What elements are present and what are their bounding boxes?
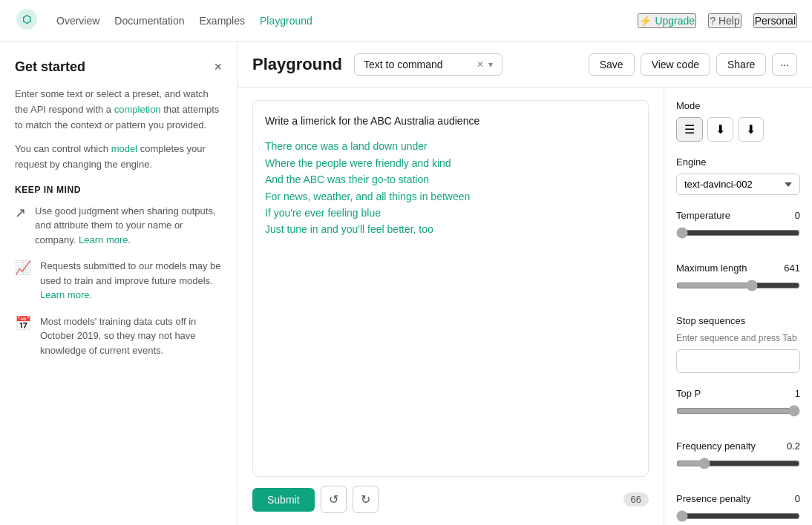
- nav-examples[interactable]: Examples: [200, 15, 245, 27]
- top-p-label: Top P: [676, 388, 701, 399]
- nav-overview[interactable]: Overview: [56, 15, 99, 27]
- sidebar-header: Get started ×: [15, 59, 222, 75]
- frequency-section: Frequency penalty 0.2: [676, 440, 800, 478]
- mode-label: Mode: [676, 100, 800, 111]
- editor-completion: There once was a land down under Where t…: [265, 138, 636, 237]
- nav-right: ⚡ Upgrade ? Help Personal: [638, 13, 797, 28]
- undo-icon: ↺: [329, 493, 338, 506]
- top-p-row: Top P 1: [676, 388, 800, 399]
- more-button[interactable]: ···: [772, 53, 797, 76]
- learn-more-link-1[interactable]: Learn more.: [79, 234, 131, 245]
- save-button[interactable]: Save: [589, 53, 635, 76]
- chart-icon: 📈: [15, 260, 31, 276]
- svg-text:⬡: ⬡: [22, 13, 31, 25]
- completion-line: Where the people were friendly and kind: [265, 155, 636, 171]
- submit-button[interactable]: Submit: [252, 488, 315, 512]
- close-button[interactable]: ×: [214, 59, 222, 75]
- share-button[interactable]: Share: [716, 53, 766, 76]
- header-actions: Save View code Share ···: [589, 53, 797, 76]
- sidebar-intro: Enter some text or select a preset, and …: [15, 87, 222, 133]
- chevron-down-icon[interactable]: ▾: [488, 59, 493, 70]
- list-item: ↗ Use good judgment when sharing outputs…: [15, 204, 222, 248]
- temperature-section: Temperature 0: [676, 210, 800, 248]
- presence-value: 0: [795, 493, 800, 504]
- upgrade-icon: ⚡: [639, 15, 652, 27]
- nav-playground[interactable]: Playground: [260, 15, 312, 27]
- frequency-value: 0.2: [787, 440, 800, 452]
- nav-links: Overview Documentation Examples Playgrou…: [56, 15, 312, 27]
- presence-label: Presence penalty: [676, 493, 750, 504]
- max-length-section: Maximum length 641: [676, 262, 800, 300]
- sidebar: Get started × Enter some text or select …: [0, 42, 238, 525]
- top-p-slider[interactable]: [676, 405, 800, 417]
- playground-body: Write a limerick for the ABC Australia a…: [238, 88, 812, 525]
- sidebar-title: Get started: [15, 59, 85, 75]
- token-count: 66: [623, 492, 649, 506]
- max-length-value: 641: [784, 262, 800, 274]
- nav-documentation[interactable]: Documentation: [114, 15, 184, 27]
- mode-section: Mode ☰ ⬇ ⬇: [676, 100, 800, 142]
- presence-section: Presence penalty 0: [676, 493, 800, 525]
- editor-box[interactable]: Write a limerick for the ABC Australia a…: [252, 100, 649, 477]
- calendar-icon: 📅: [15, 315, 31, 331]
- top-p-section: Top P 1: [676, 388, 800, 426]
- editor-area: Write a limerick for the ABC Australia a…: [238, 88, 664, 525]
- playground-title: Playground: [252, 55, 342, 74]
- completion-line: There once was a land down under: [265, 138, 636, 154]
- help-button[interactable]: ? Help: [708, 13, 741, 28]
- editor-footer: Submit ↺ ↻ 66: [252, 486, 649, 513]
- completion-line: For news, weather, and all things in bet…: [265, 188, 636, 205]
- sidebar-control: You can control which model completes yo…: [15, 142, 222, 173]
- max-length-slider[interactable]: [676, 280, 800, 291]
- frequency-slider[interactable]: [676, 458, 800, 469]
- completion-line: If you're ever feeling blue: [265, 205, 636, 221]
- presence-slider[interactable]: [676, 510, 800, 522]
- mode-complete-button[interactable]: ☰: [676, 117, 703, 142]
- engine-section: Engine text-davinci-002 text-curie-001 t…: [676, 156, 800, 195]
- undo-button[interactable]: ↺: [321, 486, 347, 513]
- engine-select[interactable]: text-davinci-002 text-curie-001 text-bab…: [676, 174, 800, 195]
- logo: ⬡: [15, 7, 39, 33]
- upgrade-button[interactable]: ⚡ Upgrade: [638, 13, 696, 28]
- playground-header: Playground Text to command ✕ ▾ Save View…: [238, 42, 812, 88]
- top-nav: ⬡ Overview Documentation Examples Playgr…: [0, 0, 812, 42]
- preset-selector[interactable]: Text to command ✕ ▾: [354, 53, 502, 76]
- completion-link[interactable]: completion: [114, 104, 161, 115]
- sidebar-items: ↗ Use good judgment when sharing outputs…: [15, 204, 222, 358]
- completion-line: And the ABC was their go-to station: [265, 171, 636, 188]
- mode-buttons: ☰ ⬇ ⬇: [676, 117, 800, 142]
- engine-label: Engine: [676, 156, 800, 168]
- stop-sequences-input[interactable]: [676, 349, 800, 373]
- mode-insert-button[interactable]: ⬇: [707, 117, 733, 142]
- send-icon: ↗: [15, 205, 26, 221]
- editor-prompt: Write a limerick for the ABC Australia a…: [265, 113, 636, 129]
- temperature-slider[interactable]: [676, 227, 800, 239]
- frequency-label: Frequency penalty: [676, 440, 756, 452]
- model-link[interactable]: model: [111, 143, 137, 154]
- stop-sequences-section: Stop sequences Enter sequence and press …: [676, 315, 800, 373]
- redo-icon: ↻: [361, 493, 370, 506]
- completion-line: Just tune in and you'll feel better, too: [265, 221, 636, 237]
- stop-sequences-label: Stop sequences: [676, 315, 800, 326]
- top-p-value: 1: [795, 388, 800, 399]
- temperature-value: 0: [795, 210, 800, 221]
- clear-icon[interactable]: ✕: [477, 59, 484, 70]
- content-area: Playground Text to command ✕ ▾ Save View…: [238, 42, 812, 525]
- view-code-button[interactable]: View code: [641, 53, 710, 76]
- learn-more-link-2[interactable]: Learn more.: [40, 289, 92, 300]
- redo-button[interactable]: ↻: [353, 486, 379, 513]
- mode-edit-button[interactable]: ⬇: [738, 117, 764, 142]
- temperature-label: Temperature: [676, 210, 730, 221]
- preset-text: Text to command: [364, 59, 471, 70]
- max-length-row: Maximum length 641: [676, 262, 800, 274]
- main-layout: Get started × Enter some text or select …: [0, 42, 812, 525]
- list-item: 📈 Requests submitted to our models may b…: [15, 259, 222, 303]
- preset-icons: ✕ ▾: [477, 59, 493, 70]
- temperature-row: Temperature 0: [676, 210, 800, 221]
- stop-sequences-hint: Enter sequence and press Tab: [676, 332, 800, 345]
- frequency-row: Frequency penalty 0.2: [676, 440, 800, 452]
- help-icon: ?: [710, 15, 716, 27]
- personal-button[interactable]: Personal: [753, 13, 797, 28]
- max-length-label: Maximum length: [676, 262, 747, 274]
- settings-panel: Mode ☰ ⬇ ⬇ Engine text-davinci-002 text-…: [664, 88, 812, 525]
